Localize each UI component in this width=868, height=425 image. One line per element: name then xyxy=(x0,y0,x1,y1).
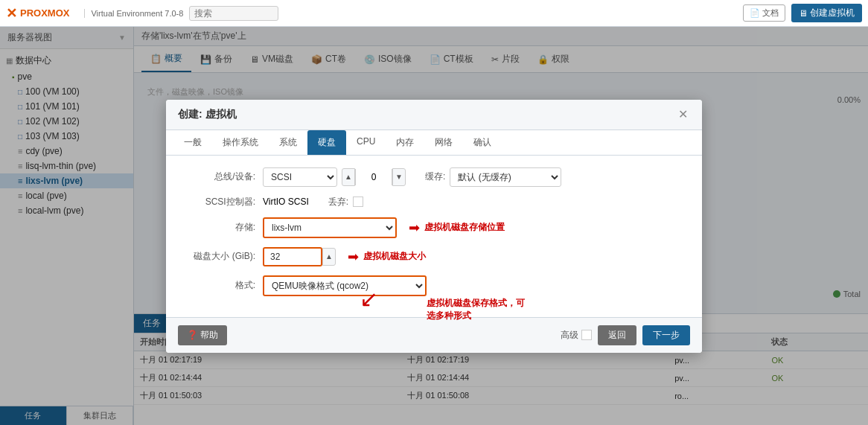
dialog-title: 创建: 虚拟机 xyxy=(178,108,237,121)
back-button[interactable]: 返回 xyxy=(598,325,636,345)
advanced-label: 高级 xyxy=(561,329,578,342)
format-label: 格式: xyxy=(181,279,263,292)
storage-label: 存储: xyxy=(181,221,263,234)
dialog-tab-memory[interactable]: 内存 xyxy=(386,130,424,155)
dialog-tab-disk[interactable]: 硬盘 xyxy=(307,130,346,155)
bus-device-control: SCSI ▲ ▼ 缓存: 默认 (无缓存) xyxy=(263,167,687,187)
device-input[interactable] xyxy=(355,169,392,185)
disk-size-label: 磁盘大小 (GiB): xyxy=(181,250,263,263)
create-vm-label: 创建虚拟机 xyxy=(810,7,855,19)
search-input[interactable] xyxy=(189,6,278,21)
discard-label: 丢弃: xyxy=(328,196,348,208)
create-vm-dialog: 创建: 虚拟机 ✕ 一般 操作系统 系统 硬盘 CPU 内存 网络 确认 总线/… xyxy=(166,100,702,353)
dialog-tab-cpu[interactable]: CPU xyxy=(346,130,386,155)
storage-annotation: 虚拟机磁盘存储位置 xyxy=(424,221,505,234)
dialog-tab-confirm[interactable]: 确认 xyxy=(463,130,502,155)
disk-size-control: ▲ ➡ 虚拟机磁盘大小 xyxy=(263,247,687,266)
bus-device-label: 总线/设备: xyxy=(181,170,263,183)
dialog-tab-os[interactable]: 操作系统 xyxy=(212,130,269,155)
disk-size-spinner: ▲ xyxy=(263,247,336,266)
doc-icon: 📄 xyxy=(750,8,760,18)
help-button[interactable]: ❓ 帮助 xyxy=(178,325,227,345)
monitor-icon: 🖥 xyxy=(799,8,808,19)
advanced-checkbox[interactable] xyxy=(581,330,592,340)
dialog-tab-general[interactable]: 一般 xyxy=(173,130,212,155)
scsi-controller-value: VirtIO SCSI xyxy=(263,196,309,207)
disk-spinner-up[interactable]: ▲ xyxy=(322,248,336,266)
scsi-controller-row: SCSI控制器: VirtIO SCSI 丢弃: xyxy=(181,196,687,208)
dialog-body: 总线/设备: SCSI ▲ ▼ 缓存: 默认 (无缓存) xyxy=(166,156,702,317)
dialog-tab-network[interactable]: 网络 xyxy=(424,130,463,155)
cache-label: 缓存: xyxy=(425,170,445,183)
disk-size-row: 磁盘大小 (GiB): ▲ ➡ 虚拟机磁盘大小 xyxy=(181,247,687,266)
bus-device-row: 总线/设备: SCSI ▲ ▼ 缓存: 默认 (无缓存) xyxy=(181,167,687,187)
storage-select[interactable]: lixs-lvm xyxy=(263,217,397,238)
spinner-down-btn[interactable]: ▼ xyxy=(392,168,406,186)
scsi-controller-label: SCSI控制器: xyxy=(181,196,263,208)
logo-text: PROXMOX xyxy=(20,7,69,19)
topbar-right: 📄 文档 🖥 创建虚拟机 xyxy=(743,4,862,22)
logo-x-icon: ✕ xyxy=(6,5,17,22)
docs-label: 文档 xyxy=(762,7,779,19)
disk-size-input[interactable] xyxy=(263,247,322,266)
dialog-footer: ❓ 帮助 高级 返回 下一步 xyxy=(166,317,702,353)
next-button[interactable]: 下一步 xyxy=(642,325,690,345)
format-row: 格式: QEMU映像格式 (qcow2) 原始磁盘映像 (raw) VMDK磁盘… xyxy=(181,275,687,296)
scsi-controller-control: VirtIO SCSI 丢弃: xyxy=(263,196,687,208)
format-control: QEMU映像格式 (qcow2) 原始磁盘映像 (raw) VMDK磁盘映像 xyxy=(263,275,687,296)
spinner-up-btn[interactable]: ▲ xyxy=(342,168,355,186)
dialog-overlay: 创建: 虚拟机 ✕ 一般 操作系统 系统 硬盘 CPU 内存 网络 确认 总线/… xyxy=(0,27,868,425)
discard-checkbox[interactable] xyxy=(353,196,363,207)
topbar: ✕ PROXMOX Virtual Environment 7.0-8 📄 文档… xyxy=(0,0,868,27)
dialog-tab-bar: 一般 操作系统 系统 硬盘 CPU 内存 网络 确认 xyxy=(166,130,702,156)
dialog-tab-system[interactable]: 系统 xyxy=(269,130,307,155)
size-annotation: 虚拟机磁盘大小 xyxy=(363,250,426,263)
product-name: Virtual Environment 7.0-8 xyxy=(84,9,183,18)
footer-right: 高级 返回 下一步 xyxy=(561,325,690,345)
footer-left: ❓ 帮助 xyxy=(178,325,227,345)
bus-select[interactable]: SCSI xyxy=(263,167,337,187)
dialog-header: 创建: 虚拟机 ✕ xyxy=(166,100,702,130)
storage-control: lixs-lvm ➡ 虚拟机磁盘存储位置 xyxy=(263,217,687,238)
docs-button[interactable]: 📄 文档 xyxy=(743,4,785,22)
storage-row: 存储: lixs-lvm ➡ 虚拟机磁盘存储位置 xyxy=(181,217,687,238)
device-spinner: ▲ ▼ xyxy=(342,168,406,186)
advanced-checkbox-group: 高级 xyxy=(561,329,592,342)
format-select[interactable]: QEMU映像格式 (qcow2) 原始磁盘映像 (raw) VMDK磁盘映像 xyxy=(263,275,427,296)
dialog-close-button[interactable]: ✕ xyxy=(675,107,690,122)
cache-select[interactable]: 默认 (无缓存) xyxy=(450,167,561,187)
logo: ✕ PROXMOX xyxy=(6,5,69,22)
create-vm-button[interactable]: 🖥 创建虚拟机 xyxy=(791,4,862,22)
